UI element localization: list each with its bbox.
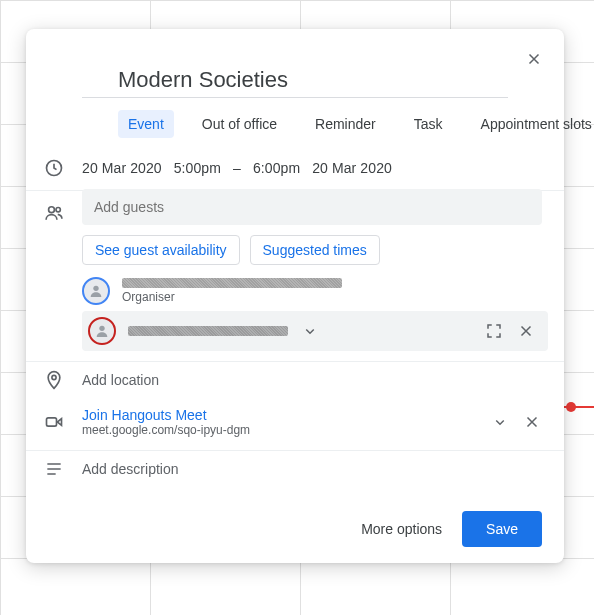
meet-url: meet.google.com/sqo-ipyu-dgm (82, 423, 484, 437)
close-icon (525, 50, 543, 68)
chevron-down-icon (301, 322, 319, 340)
add-guests-input[interactable] (82, 189, 542, 225)
join-meet-link[interactable]: Join Hangouts Meet (82, 407, 484, 423)
meet-options-button[interactable] (484, 406, 516, 438)
conferencing-row: Join Hangouts Meet meet.google.com/sqo-i… (26, 398, 564, 446)
event-quick-create-dialog: Modern Societies Event Out of office Rem… (26, 29, 564, 563)
guest-organiser: Organiser (82, 275, 564, 307)
people-icon (44, 203, 64, 223)
notes-icon (44, 459, 64, 479)
location-row[interactable]: Add location (26, 362, 564, 398)
tab-event[interactable]: Event (118, 110, 174, 138)
organiser-label: Organiser (122, 290, 342, 304)
tab-out-of-office[interactable]: Out of office (192, 110, 287, 138)
guest-expand-button[interactable] (294, 315, 326, 347)
close-button[interactable] (518, 43, 550, 75)
end-date[interactable]: 20 Mar 2020 (312, 160, 392, 176)
location-placeholder[interactable]: Add location (82, 372, 548, 388)
svg-point-5 (52, 375, 56, 379)
meet-remove-button[interactable] (516, 406, 548, 438)
see-guest-availability-button[interactable]: See guest availability (82, 235, 240, 265)
svg-point-2 (56, 208, 60, 212)
guest-remove-button[interactable] (510, 315, 542, 347)
guest-name-redacted (128, 326, 288, 336)
svg-rect-6 (47, 418, 57, 426)
time-separator: – (233, 160, 241, 176)
avatar (88, 317, 116, 345)
start-date[interactable]: 20 Mar 2020 (82, 160, 162, 176)
guest-name-redacted (122, 278, 342, 288)
guest-row[interactable] (82, 311, 548, 351)
description-placeholder[interactable]: Add description (82, 461, 548, 477)
location-icon (44, 370, 64, 390)
svg-point-1 (49, 207, 55, 213)
chevron-down-icon (491, 413, 509, 431)
current-time-indicator (560, 406, 594, 408)
tab-reminder[interactable]: Reminder (305, 110, 386, 138)
fullscreen-icon (485, 322, 503, 340)
description-row[interactable]: Add description (26, 451, 564, 487)
video-icon (44, 412, 64, 432)
svg-point-4 (99, 326, 104, 331)
more-options-button[interactable]: More options (357, 513, 446, 545)
close-icon (517, 322, 535, 340)
datetime-row[interactable]: 20 Mar 2020 5:00pm – 6:00pm 20 Mar 2020 (26, 150, 564, 186)
save-button[interactable]: Save (462, 511, 542, 547)
event-type-tabs: Event Out of office Reminder Task Appoin… (118, 110, 508, 138)
start-time[interactable]: 5:00pm (174, 160, 221, 176)
guest-fullscreen-button[interactable] (478, 315, 510, 347)
tab-task[interactable]: Task (404, 110, 453, 138)
tab-appointment-slots[interactable]: Appointment slots (471, 110, 594, 138)
clock-icon (44, 158, 64, 178)
avatar (82, 277, 110, 305)
svg-point-3 (93, 286, 98, 291)
close-icon (523, 413, 541, 431)
event-title-input[interactable]: Modern Societies (82, 59, 508, 98)
end-time[interactable]: 6:00pm (253, 160, 300, 176)
suggested-times-button[interactable]: Suggested times (250, 235, 380, 265)
